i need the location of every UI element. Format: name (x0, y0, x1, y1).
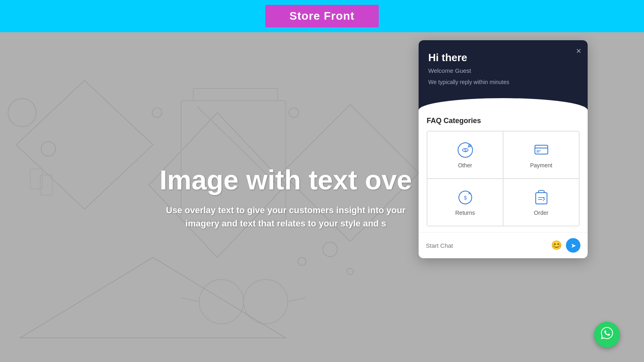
hero-text-block: Image with text ove Use overlay text to … (105, 164, 467, 230)
faq-section-title: FAQ Categories (427, 117, 580, 125)
svg-line-16 (288, 298, 306, 302)
svg-point-3 (8, 99, 36, 127)
svg-text:$: $ (464, 195, 467, 201)
svg-point-19 (323, 242, 337, 257)
svg-rect-32 (536, 193, 547, 204)
svg-marker-21 (20, 257, 286, 338)
chat-greeting: Hi there (428, 51, 578, 64)
hero-subtitle: Use overlay text to give your customers … (105, 204, 467, 230)
chat-wave-divider (419, 98, 588, 110)
chat-footer: 😊 ➤ (419, 232, 588, 258)
chat-reply-time: We typically reply within minutes (428, 79, 578, 85)
svg-text:$: $ (464, 148, 466, 153)
faq-item-order[interactable]: Order (503, 179, 579, 226)
faq-grid: $ Other Payment (427, 131, 580, 226)
returns-icon: $ (456, 189, 474, 206)
store-front-title: Store Front (289, 10, 355, 22)
faq-returns-label: Returns (455, 210, 475, 216)
chat-send-button[interactable]: ➤ (566, 238, 580, 253)
app-header: Store Front (0, 0, 644, 32)
svg-rect-26 (535, 145, 548, 154)
svg-line-15 (181, 298, 199, 302)
svg-point-14 (244, 280, 288, 324)
send-icon: ➤ (571, 242, 576, 249)
chat-header: × Hi there Welcome Guest We typically re… (419, 40, 588, 98)
faq-item-payment[interactable]: Payment (503, 131, 579, 179)
svg-point-4 (41, 142, 56, 156)
hero-title: Image with text ove (105, 164, 467, 195)
svg-point-20 (347, 268, 353, 275)
payment-icon (533, 141, 550, 159)
whatsapp-fab[interactable] (594, 322, 620, 348)
chat-close-button[interactable]: × (576, 47, 581, 56)
faq-item-returns[interactable]: $ Returns (427, 179, 503, 226)
chat-emoji-button[interactable]: 😊 (551, 240, 562, 251)
faq-item-other[interactable]: $ Other (427, 131, 503, 179)
chat-input[interactable] (426, 242, 551, 249)
chat-guest-label: Welcome Guest (428, 67, 578, 74)
svg-point-6 (289, 108, 299, 117)
whatsapp-icon (600, 326, 614, 343)
svg-point-5 (152, 108, 162, 117)
faq-payment-label: Payment (530, 162, 552, 169)
main-content: Image with text ove Use overlay text to … (0, 32, 644, 362)
chat-widget: × Hi there Welcome Guest We typically re… (419, 40, 588, 258)
other-icon: $ (456, 141, 474, 159)
svg-point-13 (199, 280, 244, 324)
order-icon (533, 189, 550, 206)
faq-other-label: Other (458, 162, 472, 169)
svg-line-25 (469, 145, 470, 146)
faq-order-label: Order (534, 210, 549, 216)
store-front-title-box: Store Front (265, 5, 379, 27)
svg-point-7 (298, 257, 306, 265)
chat-body: FAQ Categories $ Other (419, 110, 588, 226)
